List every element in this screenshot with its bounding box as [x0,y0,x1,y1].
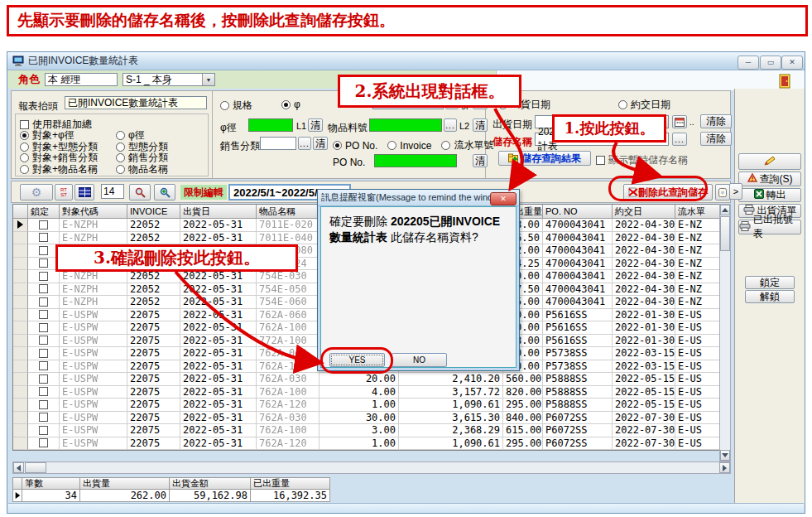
lock-checkbox[interactable] [28,309,60,322]
group-option-radio[interactable]: 對象+物品名稱 [20,164,116,176]
phi-clear-button[interactable]: 清 [308,118,323,132]
row-selector[interactable] [13,219,28,232]
radio-icon[interactable] [618,100,627,109]
checkbox-icon[interactable] [20,120,29,129]
maximize-button[interactable]: ▭ [760,56,781,70]
sales-class-field[interactable] [260,137,296,150]
scroll-left-button[interactable] [13,462,24,473]
row-selector[interactable] [13,258,28,271]
calendar-button[interactable] [672,115,687,128]
radio-icon[interactable] [116,131,125,140]
checkbox-icon[interactable] [39,349,48,358]
group-option-radio[interactable]: 物品名稱 [116,164,204,176]
row-selector[interactable] [13,437,28,451]
row-selector[interactable] [13,309,28,322]
column-header[interactable]: 對象代碼 [60,205,127,219]
row-selector[interactable] [13,283,28,297]
radio-icon[interactable] [441,141,450,150]
radio-icon[interactable] [116,153,125,162]
radio-icon[interactable] [387,141,396,150]
table-row[interactable]: E-USPW220752022-05-31762A-1004.003,157.7… [13,386,720,399]
radio-icon[interactable] [281,100,291,109]
table-row[interactable]: E-USPW220752022-05-31762A-03020.002,410.… [13,373,720,386]
show-temp-checkbox[interactable]: 顯示暫時儲存名稱 [596,153,688,167]
row-selector[interactable] [13,360,28,374]
side-button-鎖定[interactable]: 鎖定 [745,276,795,289]
checkbox-icon[interactable] [39,246,48,255]
side-button-查詢(S)[interactable]: 查詢(S) [738,172,801,186]
row-selector[interactable] [13,347,28,360]
date-clear-button[interactable]: 清除 [700,114,732,128]
role-manager-field[interactable]: 本 經理 [45,73,118,86]
vertical-scrollbar[interactable] [719,204,731,461]
grid-view-button[interactable] [74,184,94,201]
spec-radio[interactable]: 規格 [220,99,252,113]
page-size-input[interactable] [101,184,124,199]
zoom-in-button[interactable] [154,184,175,201]
column-header[interactable]: 約交日 [613,205,675,219]
scroll-thumb[interactable] [720,216,730,251]
sales-clear-button[interactable]: 清 [313,137,328,150]
column-header[interactable]: 物品名稱 [257,205,320,219]
column-header[interactable]: 流水單 [675,205,720,219]
report-title-field[interactable]: 已開INVOICE數量統計表 [65,96,207,109]
lock-checkbox[interactable] [28,232,60,245]
no-button[interactable]: NO [392,353,447,367]
chevron-down-icon[interactable]: ▼ [202,74,214,85]
po-clear-button[interactable]: 清 [473,154,488,167]
checkbox-icon[interactable] [39,258,48,268]
checkbox-icon[interactable] [39,387,48,396]
item-no-ellipsis-button[interactable]: ... [444,118,457,132]
settings-button[interactable]: ⚙ [20,184,53,201]
column-header[interactable]: INVOICE [127,205,180,219]
column-header[interactable]: 鎖定 [28,205,60,219]
radio-icon[interactable] [220,101,229,110]
item-clear-button[interactable]: 清 [473,118,488,132]
lock-checkbox[interactable] [28,335,60,348]
checkbox-icon[interactable] [39,310,48,319]
row-selector[interactable] [13,386,28,399]
radio-icon[interactable] [20,153,29,162]
checkbox-icon[interactable] [39,284,48,293]
phi-field[interactable] [248,118,293,132]
sales-class-ellipsis-button[interactable]: ... [298,137,311,150]
zoom-out-button[interactable] [129,184,151,201]
expand-right-button[interactable]: > [729,183,742,200]
row-selector[interactable] [13,244,28,258]
row-selector[interactable] [13,321,28,335]
radio-icon[interactable] [116,143,125,152]
row-selector[interactable] [13,412,28,425]
checkbox-icon[interactable] [39,413,48,422]
lock-checkbox[interactable] [28,360,60,374]
checkbox-icon[interactable] [39,323,48,332]
checkbox-icon[interactable] [39,426,48,435]
radio-icon[interactable] [20,143,29,152]
save-query-button[interactable]: 儲存查詢結果 [498,151,591,166]
po-mode-radio[interactable]: PO No. [333,138,377,152]
lock-checkbox[interactable] [28,283,60,297]
lock-checkbox[interactable] [28,321,60,335]
minimize-button[interactable]: ─ [738,56,759,70]
table-row[interactable]: E-USPW220752022-05-31762A-1201.001,090.6… [13,437,720,451]
row-selector[interactable] [13,373,28,386]
sort-button[interactable]: RTST [55,184,73,201]
side-button-已出批號表[interactable]: 已出批號表 [738,220,801,234]
dialog-titlebar[interactable]: 訊息提醒視窗(Message to remind the windo... [318,190,519,206]
po-mode-radio[interactable]: Invoice [387,138,431,152]
date-mode-radio[interactable]: 約交日期 [618,98,670,112]
checkbox-icon[interactable] [39,272,48,281]
scroll-up-button[interactable] [720,205,730,215]
phi-radio[interactable]: φ [281,99,300,110]
radio-icon[interactable] [116,165,125,174]
save-name-ellipsis-button[interactable]: ... [672,133,687,146]
po-no-field[interactable] [374,154,457,167]
radio-icon[interactable] [20,131,29,140]
lock-checkbox[interactable] [28,386,60,399]
role-self-select[interactable]: S-1 _ 本身▼ [123,73,215,86]
row-selector[interactable] [13,424,28,437]
checkbox-icon[interactable] [39,374,48,384]
lock-checkbox[interactable] [28,347,60,360]
side-button-解鎖[interactable]: 解鎖 [745,290,795,303]
checkbox-icon[interactable] [39,438,48,447]
table-row[interactable]: E-USPW220752022-05-31762A-1003.002,368.2… [13,424,720,437]
